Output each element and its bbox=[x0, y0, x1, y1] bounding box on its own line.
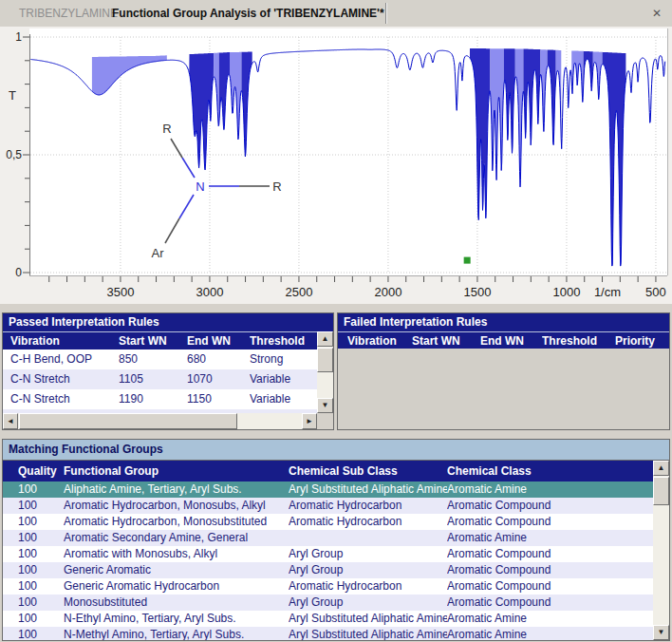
table-row[interactable]: 100Generic AromaticAryl GroupAromatic Co… bbox=[3, 562, 653, 578]
matching-groups-vertical-scrollbar[interactable]: ▲ ▼ bbox=[653, 461, 669, 640]
column-header-cell[interactable]: Chemical Sub Class bbox=[289, 461, 447, 482]
scroll-left-icon[interactable]: ◄ bbox=[3, 413, 18, 429]
column-header-cell[interactable]: Start WN bbox=[119, 332, 187, 349]
table-row[interactable]: 100N-Methyl Amino, Tertiary, Aryl Subs.A… bbox=[3, 627, 653, 640]
table-row[interactable]: 100Aromatic with Monosubs, AlkylAryl Gro… bbox=[3, 546, 653, 562]
table-cell: 100 bbox=[18, 595, 64, 611]
table-cell: Aromatic Compound bbox=[447, 595, 653, 611]
table-cell: Aryl Group bbox=[289, 546, 447, 562]
table-cell: Aromatic with Monosubs, Alkyl bbox=[64, 546, 289, 562]
matching-groups-body: 100Aliphatic Amine, Tertiary, Aryl Subs.… bbox=[3, 482, 653, 640]
scrollbar-thumb[interactable] bbox=[19, 413, 237, 429]
table-cell: 100 bbox=[18, 562, 64, 578]
table-cell: Aromatic Compound bbox=[447, 546, 653, 562]
tab-bar: TRIBENZYLAMINE Functional Group Analysis… bbox=[0, 0, 672, 28]
table-cell: Generic Aromatic Hydrocarbon bbox=[64, 578, 289, 595]
column-header-cell[interactable]: Threshold bbox=[250, 332, 319, 349]
table-cell: C-H Bend, OOP bbox=[10, 349, 119, 369]
column-header-cell[interactable]: Chemical Class bbox=[447, 461, 653, 482]
table-row[interactable]: 100Aromatic Secondary Amine, GeneralArom… bbox=[3, 530, 653, 546]
table-cell: C-N Stretch bbox=[10, 389, 119, 409]
table-cell: Aromatic Hydrocarbon, Monosubstituted bbox=[64, 514, 289, 530]
table-cell: 100 bbox=[18, 546, 64, 562]
table-row[interactable]: C-H Bend, OOP850680Strong bbox=[3, 349, 317, 369]
svg-text:1000: 1000 bbox=[552, 285, 580, 299]
tab-separator bbox=[385, 3, 387, 24]
table-cell: 1070 bbox=[187, 369, 250, 389]
table-cell: Aryl Substituted Aliphatic Amine bbox=[289, 482, 447, 498]
column-header-cell[interactable]: Quality bbox=[18, 461, 64, 482]
table-row[interactable]: 100Aromatic Hydrocarbon, Monosubs, Alkyl… bbox=[3, 498, 653, 514]
table-cell: Aryl Substituted Aliphatic Amine bbox=[289, 627, 447, 640]
table-cell: Aromatic Compound bbox=[447, 514, 653, 530]
table-row[interactable]: C-N Stretch11901150Variable bbox=[3, 389, 317, 409]
failed-rules-column-header: VibrationStart WNEnd WNThresholdPriority bbox=[338, 332, 669, 349]
passed-rules-vertical-scrollbar[interactable]: ▲ ▼ bbox=[317, 331, 333, 413]
table-cell: 100 bbox=[18, 482, 64, 498]
table-cell: Generic Aromatic bbox=[64, 562, 289, 578]
table-cell: 100 bbox=[18, 627, 64, 640]
tab-tribenzylamine[interactable]: TRIBENZYLAMINE bbox=[19, 0, 118, 27]
table-cell: 680 bbox=[187, 349, 250, 369]
table-cell: Aryl Group bbox=[289, 595, 447, 611]
table-row[interactable]: 100Aromatic Hydrocarbon, Monosubstituted… bbox=[3, 514, 653, 530]
passed-rules-horizontal-scrollbar[interactable]: ◄ ► bbox=[3, 413, 317, 429]
column-header-cell[interactable]: Vibration bbox=[347, 332, 412, 349]
table-cell: Aromatic Compound bbox=[447, 578, 653, 595]
column-header-cell[interactable]: Priority bbox=[615, 332, 669, 349]
table-cell: Variable bbox=[250, 389, 317, 409]
table-cell: Aromatic Hydrocarbon bbox=[289, 514, 447, 530]
scroll-down-icon[interactable]: ▼ bbox=[653, 625, 669, 640]
scroll-down-icon[interactable]: ▼ bbox=[317, 398, 333, 413]
column-header-cell[interactable]: End WN bbox=[187, 332, 250, 349]
table-row[interactable]: 100Generic Aromatic HydrocarbonAromatic … bbox=[3, 578, 653, 595]
close-icon[interactable]: ✕ bbox=[649, 6, 664, 21]
table-cell bbox=[289, 530, 447, 546]
svg-text:1: 1 bbox=[15, 30, 22, 44]
table-row[interactable]: 100Aliphatic Amine, Tertiary, Aryl Subs.… bbox=[3, 482, 653, 498]
ir-spectrum-plot[interactable]: 10,50T3500300025002000150010005001/cmNRR… bbox=[0, 27, 672, 303]
table-cell: Aromatic Compound bbox=[447, 562, 653, 578]
table-row[interactable]: 100N-Ethyl Amino, Tertiary, Aryl Subs.Ar… bbox=[3, 611, 653, 627]
tab-functional-group-analysis[interactable]: Functional Group Analysis of 'TRIBENZYLA… bbox=[112, 0, 384, 27]
scroll-right-icon[interactable]: ► bbox=[302, 413, 317, 429]
table-cell: 1105 bbox=[119, 369, 187, 389]
x-axis-unit-label: 1/cm bbox=[594, 285, 621, 299]
table-cell: Aryl Group bbox=[289, 562, 447, 578]
table-row[interactable]: C-N Stretch11051070Variable bbox=[3, 369, 317, 389]
svg-text:0,5: 0,5 bbox=[6, 148, 22, 161]
failed-rules-title: Failed Interpretation Rules bbox=[338, 313, 669, 332]
matching-groups-panel: Matching Functional Groups QualityFuncti… bbox=[2, 439, 670, 641]
table-cell: 100 bbox=[18, 498, 64, 514]
table-cell: 100 bbox=[18, 530, 64, 546]
table-cell: Aromatic Hydrocarbon, Monosubs, Alkyl bbox=[64, 498, 289, 514]
x-axis-labels: 3500300025002000150010005001/cm bbox=[106, 285, 665, 299]
table-cell: 100 bbox=[18, 514, 64, 530]
scrollbar-thumb[interactable] bbox=[317, 348, 333, 372]
column-header-cell[interactable]: End WN bbox=[480, 332, 542, 349]
column-header-cell[interactable]: Vibration bbox=[10, 332, 119, 349]
table-cell: Aromatic Amine bbox=[447, 611, 653, 627]
band-marker bbox=[464, 257, 471, 264]
column-header-cell[interactable]: Functional Group bbox=[64, 461, 289, 482]
table-cell: Variable bbox=[250, 369, 317, 389]
svg-text:500: 500 bbox=[645, 285, 666, 299]
svg-text:1500: 1500 bbox=[463, 285, 491, 299]
table-cell: 1190 bbox=[119, 389, 187, 409]
y-axis-labels: 10,50 bbox=[6, 30, 22, 279]
matching-groups-title: Matching Functional Groups bbox=[3, 440, 669, 461]
matching-groups-column-header: QualityFunctional GroupChemical Sub Clas… bbox=[3, 461, 653, 482]
column-header-cell[interactable]: Threshold bbox=[542, 332, 615, 349]
table-cell: Aromatic Amine bbox=[447, 627, 653, 640]
scrollbar-corner bbox=[317, 413, 333, 429]
table-cell: 850 bbox=[119, 349, 187, 369]
table-cell: Monosubstituted bbox=[64, 595, 289, 611]
table-row[interactable]: 100MonosubstitutedAryl GroupAromatic Com… bbox=[3, 595, 653, 611]
scrollbar-thumb[interactable] bbox=[653, 477, 669, 505]
column-header-cell[interactable]: Start WN bbox=[412, 332, 480, 349]
svg-text:2000: 2000 bbox=[374, 285, 401, 299]
table-cell: 100 bbox=[18, 578, 64, 595]
scroll-up-icon[interactable]: ▲ bbox=[317, 331, 333, 347]
scroll-up-icon[interactable]: ▲ bbox=[653, 461, 669, 476]
passed-rules-body: C-H Bend, OOP850680StrongC-N Stretch1105… bbox=[3, 349, 317, 414]
